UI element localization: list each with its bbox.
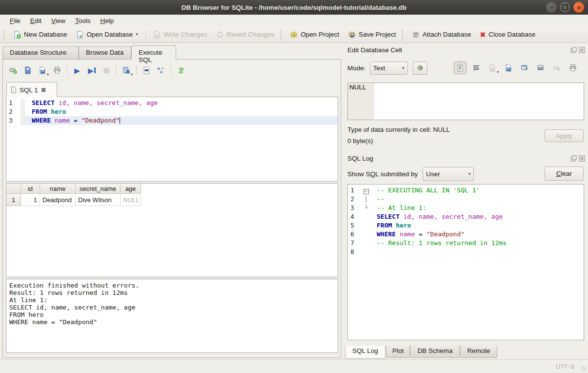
tab-database-structure[interactable]: Database Structure <box>2 46 79 59</box>
table-corner-cell[interactable] <box>6 184 21 194</box>
toolbar-handle[interactable] <box>3 29 7 40</box>
encoding-indicator[interactable]: UTF-8 <box>556 363 574 370</box>
dock-tab-remote[interactable]: Remote <box>460 346 497 358</box>
float-panel-icon[interactable] <box>570 47 577 53</box>
save-results-button[interactable]: ▾ <box>120 64 133 77</box>
save-sql-file-icon <box>39 66 46 74</box>
open-database-button[interactable]: Open Database ▾ <box>72 29 142 41</box>
line-number: 3 <box>348 204 362 212</box>
fold-margin[interactable] <box>362 212 370 221</box>
attach-database-icon <box>412 31 420 39</box>
dock-tab-db-schema[interactable]: DB Schema <box>410 346 460 358</box>
open-in-external-button[interactable] <box>518 62 531 74</box>
table-cell[interactable]: Deadpond <box>40 194 76 206</box>
save-sql-dropdown-icon[interactable]: ▾ <box>47 73 49 77</box>
write-changes-button: Write Changes <box>149 29 212 41</box>
code-text: SELECT id, name, secret_name, age <box>370 212 584 221</box>
print-sql-button[interactable] <box>51 64 63 77</box>
code-text: WHERE name = "Deadpond" <box>370 230 584 239</box>
word-wrap-button[interactable] <box>470 62 483 74</box>
fold-margin[interactable] <box>362 248 370 256</box>
fold-margin[interactable]: − <box>362 186 370 195</box>
export-cell-data-button[interactable] <box>502 62 515 74</box>
fold-margin[interactable] <box>362 221 370 230</box>
print-icon <box>53 66 61 74</box>
cell-edit-area[interactable] <box>374 83 584 120</box>
fold-margin[interactable] <box>362 230 370 239</box>
table-cell[interactable]: NULL <box>121 194 141 206</box>
save-project-button[interactable]: Save Project <box>344 29 401 41</box>
fold-collapse-icon[interactable]: − <box>364 189 369 194</box>
attach-database-button[interactable]: Attach Database <box>407 29 476 41</box>
print-cell-button[interactable] <box>567 62 579 74</box>
execute-all-icon: ▶ <box>74 67 80 74</box>
menu-help[interactable]: Help <box>96 16 119 25</box>
fold-margin[interactable] <box>362 239 370 248</box>
close-database-button[interactable]: ✖ Close Database <box>475 29 540 40</box>
toolbar-separator <box>116 65 117 75</box>
tab-browse-data[interactable]: Browse Data <box>79 46 131 59</box>
new-database-button[interactable]: New Database <box>9 29 72 41</box>
toolbar-handle[interactable] <box>280 29 284 40</box>
line-number: 4 <box>348 212 362 221</box>
maximize-icon <box>562 4 568 10</box>
column-header-secret_name[interactable]: secret_name <box>76 184 121 194</box>
log-source-combobox[interactable]: User ▾ <box>423 167 474 181</box>
open-database-dropdown-icon[interactable]: ▾ <box>136 32 138 37</box>
minimize-button[interactable]: − <box>546 2 557 13</box>
menu-file[interactable]: File <box>5 16 25 25</box>
execute-line-button[interactable]: ▶ <box>85 64 98 77</box>
row-header[interactable]: 1 <box>6 194 21 206</box>
results-table[interactable]: idnamesecret_nameage11DeadpondDive Wilso… <box>6 183 338 277</box>
text-mode-button[interactable] <box>454 62 466 74</box>
dock-tab-plot[interactable]: Plot <box>386 346 410 358</box>
auto-apply-button[interactable] <box>413 62 427 75</box>
find-button[interactable] <box>140 64 153 77</box>
sql-document-tab[interactable]: SQL 1 ✖ <box>6 82 57 97</box>
maximize-button[interactable] <box>560 2 570 13</box>
dock-tab-sql-log[interactable]: SQL Log <box>345 346 385 359</box>
new-database-icon <box>13 31 21 39</box>
new-sql-tab-button[interactable] <box>7 64 20 77</box>
toolbar-handle[interactable] <box>402 29 406 40</box>
menu-edit[interactable]: Edit <box>25 16 46 25</box>
sql-log-view[interactable]: 1−-- EXECUTING ALL IN 'SQL 1'2│--3└-- At… <box>347 184 584 340</box>
menu-tools[interactable]: Tools <box>70 16 96 25</box>
resize-grip[interactable] <box>581 366 586 371</box>
main-toolbar: New Database Open Database ▾ Write Chang… <box>0 26 588 43</box>
cell-value-editor[interactable]: NULL <box>347 83 584 120</box>
menu-view[interactable]: View <box>46 16 70 25</box>
close-sql-tab-icon[interactable]: ✖ <box>41 86 46 94</box>
copy-link-button[interactable] <box>534 62 547 74</box>
log-source-caret-icon: ▾ <box>468 172 471 176</box>
table-cell[interactable]: Dive Wilson <box>76 194 121 206</box>
import-dropdown-icon: ▾ <box>497 70 499 74</box>
table-cell[interactable]: 1 <box>21 194 40 206</box>
sql-editor-line: 3WHERE name = "Deadpond" <box>6 116 338 125</box>
fold-margin[interactable]: │ <box>362 195 370 204</box>
save-sql-file-button[interactable]: ▾ <box>36 64 49 77</box>
close-panel-icon[interactable] <box>579 155 585 162</box>
column-header-age[interactable]: age <box>121 184 141 194</box>
close-panel-icon[interactable] <box>579 47 585 53</box>
close-button[interactable]: × <box>573 2 584 13</box>
find-replace-button[interactable]: ba <box>155 64 167 77</box>
execute-all-button[interactable]: ▶ <box>71 64 83 77</box>
fold-margin[interactable]: └ <box>362 204 370 212</box>
mode-combobox[interactable]: Text ▾ <box>370 62 408 75</box>
sql-editor[interactable]: 1SELECT id, name, secret_name, age2FROM … <box>6 97 338 182</box>
float-panel-icon[interactable] <box>570 155 577 162</box>
column-header-id[interactable]: id <box>21 184 40 194</box>
open-sql-file-button[interactable] <box>21 64 34 77</box>
gutter-separator <box>20 116 25 125</box>
code-text: WHERE name = "Deadpond" <box>25 116 338 125</box>
open-project-button[interactable]: Open Project <box>285 29 344 41</box>
tab-execute-sql[interactable]: Execute SQL <box>131 45 176 60</box>
format-sql-button[interactable] <box>175 64 187 77</box>
line-number: 3 <box>6 116 20 125</box>
save-results-dropdown-icon[interactable]: ▾ <box>131 73 133 77</box>
column-header-name[interactable]: name <box>40 184 76 194</box>
window-title: DB Browser for SQLite - /home/user/code/… <box>182 4 406 11</box>
execution-message-box[interactable]: Execution finished without errors. Resul… <box>6 279 338 353</box>
clear-log-button[interactable]: Clear <box>545 166 584 181</box>
